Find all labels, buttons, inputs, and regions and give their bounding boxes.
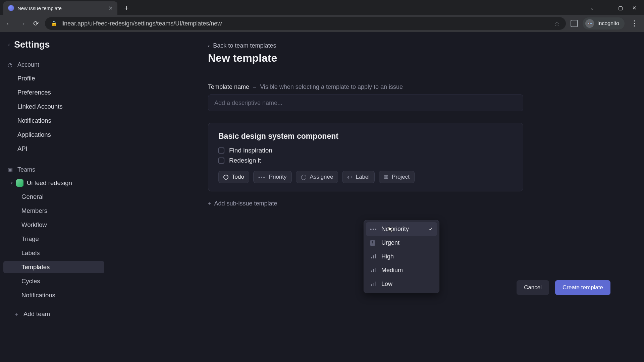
team-item-notifications[interactable]: Notifications <box>3 289 104 301</box>
chevron-left-icon: ‹ <box>208 43 210 49</box>
lock-icon: 🔒 <box>51 20 57 26</box>
team-item-general[interactable]: General <box>3 191 104 203</box>
url-text: linear.app/ui-feed-redesign/settings/tea… <box>61 20 222 27</box>
browser-menu-icon[interactable]: ⋮ <box>629 19 639 28</box>
urgent-icon: ! <box>370 240 377 246</box>
extensions-icon[interactable] <box>571 20 578 27</box>
browser-tab[interactable]: New Issue template ✕ <box>3 1 117 15</box>
label-label: Label <box>356 174 370 180</box>
template-name-hint: Visible when selecting a template to app… <box>260 83 403 90</box>
team-item-cycles[interactable]: Cycles <box>3 275 104 287</box>
priority-option-high[interactable]: High <box>366 250 437 263</box>
team-item-labels[interactable]: Labels <box>3 247 104 259</box>
project-label: Project <box>392 174 410 180</box>
linear-favicon <box>8 5 14 11</box>
window-controls: ⌄ — ▢ ✕ <box>590 1 644 15</box>
sidebar-item-linked-accounts[interactable]: Linked Accounts <box>3 101 104 113</box>
sidebar-item-notifications[interactable]: Notifications <box>3 115 104 127</box>
settings-sidebar: ‹ Settings ◔ Account Profile Preferences… <box>0 32 108 362</box>
incognito-pill[interactable]: 👓 Incognito <box>583 17 625 29</box>
sidebar-item-applications[interactable]: Applications <box>3 129 104 141</box>
divider <box>208 74 523 74</box>
checklist-item[interactable]: Redesign it <box>218 157 513 164</box>
sidebar-item-profile[interactable]: Profile <box>3 72 104 84</box>
tab-bar: New Issue template ✕ ＋ ⌄ — ▢ ✕ <box>0 0 644 15</box>
add-sub-issue-label: Add sub-issue template <box>214 200 277 207</box>
project-pill[interactable]: ▦ Project <box>379 171 415 183</box>
option-label: Medium <box>381 267 403 274</box>
settings-header: ‹ Settings <box>3 40 104 56</box>
back-chevron-icon[interactable]: ‹ <box>8 41 10 48</box>
back-icon[interactable]: ← <box>5 20 13 27</box>
label-tag-icon: 🏷 <box>347 174 352 180</box>
checkbox-icon[interactable] <box>218 158 224 164</box>
add-team-button[interactable]: ＋ Add team <box>3 307 104 321</box>
account-icon: ◔ <box>7 62 13 68</box>
tabs-chevron-icon[interactable]: ⌄ <box>590 5 594 11</box>
property-pills: Todo ••• Priority ◯ Assignee 🏷 Label <box>218 171 513 183</box>
plus-icon: ＋ <box>13 310 19 318</box>
bookmark-star-icon[interactable]: ☆ <box>554 20 560 27</box>
url-input[interactable]: 🔒 linear.app/ui-feed-redesign/settings/t… <box>45 17 566 30</box>
priority-option-urgent[interactable]: ! Urgent <box>366 236 437 250</box>
team-badge-icon <box>16 179 23 187</box>
minimize-icon[interactable]: — <box>604 5 609 11</box>
team-item-members[interactable]: Members <box>3 205 104 217</box>
checklist-item[interactable]: Find inspiration <box>218 147 513 154</box>
label-pill[interactable]: 🏷 Label <box>342 171 375 183</box>
template-name-label: Template name – Visible when selecting a… <box>208 83 523 90</box>
priority-medium-icon <box>370 267 377 273</box>
new-tab-button[interactable]: ＋ <box>119 1 133 15</box>
team-expand-icon[interactable]: ▾ <box>11 181 13 185</box>
teams-icon: ▣ <box>7 167 13 173</box>
close-window-icon[interactable]: ✕ <box>632 5 637 11</box>
incognito-icon: 👓 <box>585 19 594 28</box>
team-item-templates[interactable]: Templates <box>3 261 104 273</box>
check-icon: ✓ <box>429 226 433 232</box>
priority-dropdown[interactable]: ••• No priority ✓ ! Urgent High Medium L… <box>364 220 439 293</box>
priority-option-no-priority[interactable]: ••• No priority ✓ <box>366 222 437 236</box>
team-item-workflow[interactable]: Workflow <box>3 219 104 231</box>
status-circle-icon <box>223 175 228 180</box>
tab-title: New Issue template <box>17 5 62 11</box>
team-item-triage[interactable]: Triage <box>3 233 104 245</box>
option-label: Urgent <box>381 239 399 246</box>
template-name-input[interactable] <box>208 95 523 111</box>
assignee-label: Assignee <box>310 174 333 180</box>
status-pill[interactable]: Todo <box>218 171 249 183</box>
incognito-label: Incognito <box>597 20 619 26</box>
add-team-label: Add team <box>23 310 50 318</box>
forward-icon[interactable]: → <box>18 20 27 27</box>
issue-title[interactable]: Basic design system component <box>218 132 513 141</box>
reload-icon[interactable]: ⟳ <box>32 19 40 27</box>
teams-section-header: ▣ Teams <box>3 163 104 175</box>
cancel-button[interactable]: Cancel <box>517 280 549 295</box>
maximize-icon[interactable]: ▢ <box>618 5 623 11</box>
team-row[interactable]: ▾ Ui feed redesign <box>3 177 104 189</box>
back-link[interactable]: ‹ Back to team templates <box>208 42 523 49</box>
priority-label: Priority <box>269 174 287 180</box>
checkbox-icon[interactable] <box>218 147 224 154</box>
option-label: High <box>381 253 394 260</box>
sidebar-item-api[interactable]: API <box>3 143 104 155</box>
create-template-button[interactable]: Create template <box>555 280 610 295</box>
add-sub-issue-button[interactable]: + Add sub-issue template <box>208 200 523 207</box>
checklist-label: Redesign it <box>229 157 261 164</box>
page-title: New template <box>208 52 523 64</box>
priority-option-medium[interactable]: Medium <box>366 263 437 277</box>
assignee-pill[interactable]: ◯ Assignee <box>296 171 338 183</box>
priority-pill[interactable]: ••• Priority <box>253 171 292 183</box>
main-content: ‹ Back to team templates New template Te… <box>108 32 644 362</box>
priority-dots-icon: ••• <box>370 226 377 232</box>
status-label: Todo <box>232 174 244 180</box>
form-footer: Cancel Create template <box>517 280 610 295</box>
issue-template-panel: Basic design system component Find inspi… <box>208 123 523 191</box>
priority-option-low[interactable]: Low <box>366 277 437 291</box>
option-label: No priority <box>381 226 409 233</box>
account-label: Account <box>17 61 39 68</box>
close-tab-icon[interactable]: ✕ <box>108 5 113 11</box>
team-name: Ui feed redesign <box>27 179 72 187</box>
priority-high-icon <box>370 254 377 259</box>
sidebar-item-preferences[interactable]: Preferences <box>3 86 104 99</box>
priority-low-icon <box>370 281 377 287</box>
